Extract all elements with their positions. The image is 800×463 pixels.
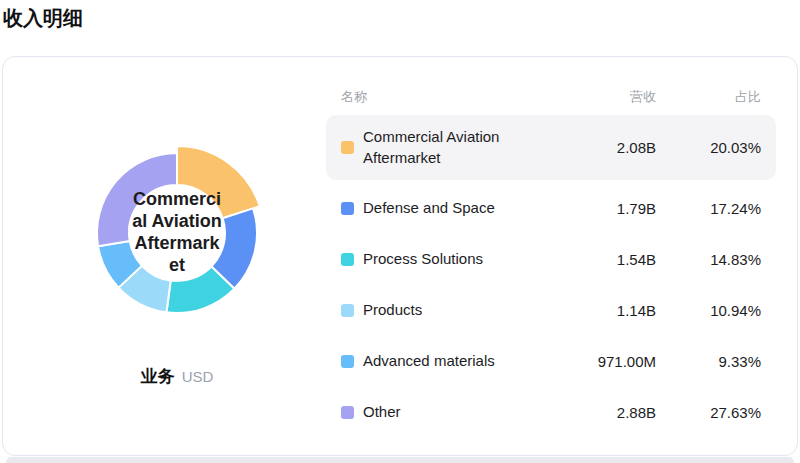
table-row[interactable]: Advanced materials 971.00M 9.33% [326,336,776,387]
table-row[interactable]: Other 2.88B 27.63% [326,387,776,438]
column-header-revenue: 营收 [536,88,656,106]
series-color-swatch [341,202,354,215]
page-title: 收入明细 [3,5,83,32]
row-name-cell: Defense and Space [341,198,536,218]
series-color-swatch [341,253,354,266]
row-name-cell: Process Solutions [341,249,536,269]
donut-chart-svg [77,133,277,333]
series-name: Other [363,402,401,422]
row-name-cell: Other [341,402,536,422]
series-color-swatch [341,141,354,154]
dimension-label: 业务 [141,365,175,388]
table-header-row: 名称 营收 占比 [326,89,776,105]
series-color-swatch [341,304,354,317]
series-share: 20.03% [656,139,761,156]
series-share: 9.33% [656,353,761,370]
series-name: Process Solutions [363,249,483,269]
series-name: Advanced materials [363,351,495,371]
series-revenue: 2.08B [536,139,656,156]
series-revenue: 1.79B [536,200,656,217]
series-revenue: 2.88B [536,404,656,421]
next-section-edge [6,457,794,463]
revenue-breakdown-page: 收入明细 Commercial AviationAftermarket 业务 U… [0,0,800,463]
series-name: Products [363,300,422,320]
row-name-cell: Commercial Aviation Aftermarket [341,127,536,168]
table-row[interactable]: Products 1.14B 10.94% [326,285,776,336]
chart-footer: 业务 USD [77,365,277,388]
series-share: 17.24% [656,200,761,217]
revenue-table: 名称 营收 占比 Commercial Aviation Aftermarket… [326,89,776,438]
table-row[interactable]: Commercial Aviation Aftermarket 2.08B 20… [326,115,776,180]
currency-unit-label: USD [182,368,214,385]
table-row[interactable]: Process Solutions 1.54B 14.83% [326,234,776,285]
series-share: 27.63% [656,404,761,421]
series-share: 10.94% [656,302,761,319]
series-revenue: 1.14B [536,302,656,319]
series-revenue: 1.54B [536,251,656,268]
series-color-swatch [341,355,354,368]
table-row[interactable]: Defense and Space 1.79B 17.24% [326,183,776,234]
table-body: Commercial Aviation Aftermarket 2.08B 20… [326,115,776,438]
donut-slice-commercial-aviation-aftermarket[interactable] [177,146,260,218]
series-share: 14.83% [656,251,761,268]
series-color-swatch [341,406,354,419]
column-header-name: 名称 [341,88,536,106]
series-name: Commercial Aviation Aftermarket [363,127,536,168]
row-name-cell: Advanced materials [341,351,536,371]
column-header-share: 占比 [656,88,761,106]
revenue-card: Commercial AviationAftermarket 业务 USD 名称… [2,56,798,456]
donut-chart: Commercial AviationAftermarket [77,133,277,333]
row-name-cell: Products [341,300,536,320]
series-name: Defense and Space [363,198,495,218]
donut-slice-other[interactable] [97,153,177,246]
series-revenue: 971.00M [536,353,656,370]
